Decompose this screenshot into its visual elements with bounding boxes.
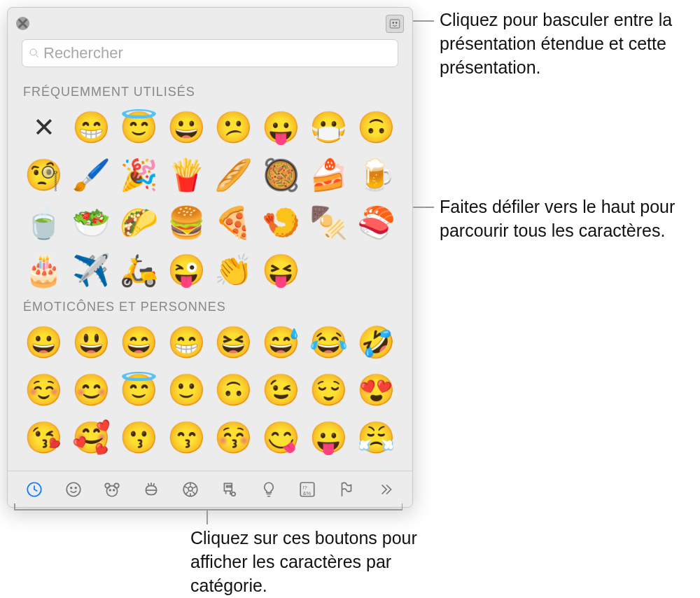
emoji-item[interactable]: 😗 [117, 415, 162, 460]
search-field[interactable] [22, 39, 398, 67]
emoji-item[interactable]: 😜 [164, 248, 209, 293]
emoji-item[interactable]: ☺️ [22, 368, 66, 412]
category-objects[interactable] [254, 475, 284, 504]
category-more[interactable] [371, 475, 400, 504]
close-icon [16, 17, 29, 30]
emoji-item[interactable]: ✈️ [69, 248, 114, 293]
category-activity[interactable] [176, 475, 205, 504]
emoji-item[interactable]: 🙂 [164, 368, 209, 412]
emoji-item[interactable]: 🙃 [354, 105, 398, 150]
symbols-icon: !?&% [298, 480, 316, 499]
emoji-item[interactable]: 😉 [259, 368, 304, 412]
svg-point-12 [113, 489, 115, 491]
emoji-item[interactable]: 🍺 [354, 153, 398, 197]
smiley-icon [64, 480, 83, 499]
emoji-item[interactable]: ✕ [22, 105, 66, 150]
svg-marker-14 [188, 486, 193, 491]
svg-point-7 [75, 487, 76, 488]
emoji-item[interactable]: 🍢 [307, 200, 351, 245]
section-title-frequent: FRÉQUEMMENT UTILISÉS [23, 85, 398, 99]
emoji-item[interactable]: 😇 [117, 105, 162, 150]
clock-icon [25, 480, 43, 499]
titlebar [8, 8, 412, 39]
emoji-item[interactable]: 🍟 [164, 153, 209, 197]
emoji-item[interactable]: 🍤 [259, 200, 304, 245]
emoji-item[interactable]: 🥗 [69, 200, 114, 245]
emoji-item[interactable]: 😃 [69, 320, 114, 365]
emoji-item[interactable]: 🧐 [22, 153, 66, 197]
search-input[interactable] [43, 44, 392, 62]
toggle-view-button[interactable] [386, 15, 404, 33]
lightbulb-icon [260, 480, 278, 499]
emoji-item[interactable]: 😛 [259, 105, 304, 150]
emoji-item[interactable]: 😁 [164, 320, 209, 365]
emoji-item[interactable]: 😂 [307, 320, 351, 365]
svg-rect-0 [390, 20, 400, 28]
emoji-item[interactable]: 🥖 [211, 153, 256, 197]
category-recent[interactable] [20, 475, 49, 504]
svg-point-2 [396, 22, 397, 23]
emoji-item[interactable]: 😛 [307, 415, 351, 460]
emoji-item[interactable]: 😍 [354, 368, 398, 412]
smileys-emoji-grid: 😀😃😄😁😆😅😂🤣☺️😊😇🙂🙃😉😌😍😘🥰😗😙😚😋😛😤 [22, 320, 398, 460]
emoji-item[interactable]: 😇 [117, 368, 162, 412]
emoji-item[interactable]: 🌮 [117, 200, 162, 245]
callout-leader-1 [413, 20, 434, 22]
emoji-item[interactable]: 😤 [354, 415, 398, 460]
emoji-item[interactable]: 😄 [117, 320, 162, 365]
emoji-item[interactable]: 😅 [259, 320, 304, 365]
svg-point-1 [393, 22, 394, 23]
emoji-item[interactable]: 😌 [307, 368, 351, 412]
emoji-item[interactable]: 🍣 [354, 200, 398, 245]
emoji-item[interactable]: 😀 [22, 320, 66, 365]
sports-icon [181, 480, 200, 499]
emoji-item[interactable]: 😚 [211, 415, 256, 460]
emoji-item[interactable]: 🎂 [22, 248, 66, 293]
emoji-item[interactable]: 🤣 [354, 320, 398, 365]
emoji-item[interactable]: 😆 [211, 320, 256, 365]
emoji-item[interactable]: 🎉 [117, 153, 162, 197]
svg-point-18 [232, 492, 235, 495]
emoji-item[interactable]: 😕 [211, 105, 256, 150]
svg-rect-17 [230, 485, 231, 487]
emoji-item[interactable]: 🛵 [117, 248, 162, 293]
svg-text:&%: &% [303, 489, 312, 496]
emoji-scroll-area[interactable]: FRÉQUEMMENT UTILISÉS ✕😁😇😀😕😛😷🙃🧐🖌️🎉🍟🥖🥘🍰🍺🍵🥗… [8, 74, 412, 471]
category-flags[interactable] [332, 475, 361, 504]
character-viewer-panel: FRÉQUEMMENT UTILISÉS ✕😁😇😀😕😛😷🙃🧐🖌️🎉🍟🥖🥘🍰🍺🍵🥗… [7, 7, 413, 508]
callout-leader-2 [413, 207, 434, 208]
emoji-item[interactable]: 😷 [307, 105, 351, 150]
emoji-item[interactable]: 🍕 [211, 200, 256, 245]
emoji-item[interactable]: 😁 [69, 105, 114, 150]
category-symbols[interactable]: !?&% [293, 475, 322, 504]
svg-point-5 [66, 482, 80, 496]
search-container [8, 39, 412, 74]
flag-icon [337, 480, 356, 499]
emoji-item[interactable]: 🍵 [22, 200, 66, 245]
emoji-item[interactable]: 🖌️ [69, 153, 114, 197]
emoji-item[interactable]: 🥘 [259, 153, 304, 197]
emoji-item[interactable]: 😘 [22, 415, 66, 460]
emoji-item[interactable]: 😝 [259, 248, 304, 293]
search-icon [28, 47, 41, 60]
emoji-item[interactable]: 🍰 [307, 153, 351, 197]
emoji-item[interactable]: 👏 [211, 248, 256, 293]
close-button[interactable] [16, 17, 29, 30]
travel-icon [220, 480, 239, 499]
emoji-item[interactable]: 🙃 [211, 368, 256, 412]
emoji-item[interactable]: 😊 [69, 368, 114, 412]
emoji-item[interactable]: 😀 [164, 105, 209, 150]
emoji-item[interactable]: 😙 [164, 415, 209, 460]
animal-icon [103, 480, 121, 499]
svg-rect-16 [227, 485, 228, 487]
emoji-item[interactable]: 🍔 [164, 200, 209, 245]
callout-categories: Cliquez sur ces boutons pour afficher le… [190, 527, 442, 597]
category-smileys[interactable] [59, 475, 88, 504]
category-travel[interactable] [215, 475, 244, 504]
category-food[interactable] [136, 475, 166, 504]
callout-toggle-view: Cliquez pour basculer entre la présentat… [440, 8, 699, 79]
category-animals[interactable] [97, 475, 127, 504]
food-icon [142, 480, 160, 499]
emoji-item[interactable]: 😋 [259, 415, 304, 460]
emoji-item[interactable]: 🥰 [69, 415, 114, 460]
